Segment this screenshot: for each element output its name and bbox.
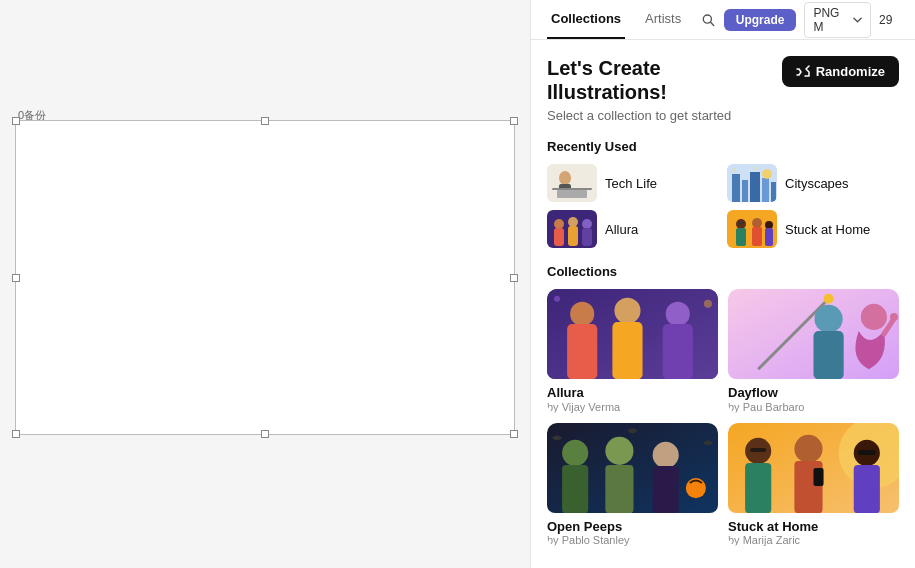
svg-rect-10: [750, 172, 760, 202]
svg-point-52: [605, 436, 633, 464]
svg-rect-51: [562, 465, 588, 513]
tab-artists[interactable]: Artists: [641, 0, 685, 39]
svg-rect-66: [854, 465, 880, 513]
handle-mid-left[interactable]: [12, 274, 20, 282]
svg-point-35: [614, 298, 640, 324]
allura-author: by Vijay Verma: [547, 401, 718, 413]
dayflow-author: by Pau Barbaro: [728, 401, 899, 413]
recent-label-cityscapes: Cityscapes: [785, 176, 849, 191]
collection-card-stuck-home[interactable]: Stuck at Home by Marija Zaric: [728, 423, 899, 547]
recent-item-stuck[interactable]: Stuck at Home: [727, 210, 899, 248]
svg-rect-34: [567, 324, 597, 379]
dayflow-name: Dayflow: [728, 385, 899, 401]
collections-grid: Allura by Vijay Verma: [547, 289, 899, 546]
svg-point-15: [756, 167, 758, 169]
recently-used-title: Recently Used: [547, 139, 899, 154]
svg-point-48: [890, 313, 898, 321]
randomize-icon: [796, 65, 810, 79]
stuck-small-thumb: [727, 210, 777, 248]
allura-big-thumb: [547, 289, 718, 379]
svg-point-33: [570, 302, 594, 326]
svg-point-46: [861, 304, 887, 330]
cityscapes-thumb: [727, 164, 777, 202]
stuck-home-name: Stuck at Home: [728, 519, 899, 535]
handle-top-right[interactable]: [510, 117, 518, 125]
svg-point-50: [562, 439, 588, 465]
svg-rect-18: [554, 228, 564, 246]
number-badge: 29: [879, 13, 899, 27]
open-peeps-author: by Pablo Stanley: [547, 534, 718, 546]
recent-label-stuck: Stuck at Home: [785, 222, 870, 237]
handle-bottom-left[interactable]: [12, 430, 20, 438]
svg-rect-28: [752, 227, 762, 246]
headline-title: Let's Create Illustrations!: [547, 56, 782, 104]
format-selector[interactable]: PNG M: [804, 2, 871, 38]
collection-card-dayflow[interactable]: Dayflow by Pau Barbaro: [728, 289, 899, 413]
open-peeps-name: Open Peeps: [547, 519, 718, 535]
svg-point-40: [704, 300, 712, 308]
svg-rect-64: [814, 468, 824, 486]
svg-rect-8: [732, 174, 740, 202]
svg-point-54: [653, 441, 679, 467]
svg-rect-36: [612, 322, 642, 379]
collection-card-open-peeps[interactable]: Open Peeps by Pablo Stanley: [547, 423, 718, 547]
handle-bottom-right[interactable]: [510, 430, 518, 438]
svg-rect-9: [742, 180, 748, 202]
randomize-label: Randomize: [816, 64, 885, 79]
collections-title: Collections: [547, 264, 899, 279]
svg-rect-11: [762, 178, 769, 202]
canvas-frame: [15, 120, 515, 435]
handle-top-left[interactable]: [12, 117, 20, 125]
format-label: PNG M: [813, 6, 849, 34]
svg-point-37: [666, 302, 690, 326]
svg-point-14: [734, 169, 736, 171]
svg-rect-67: [858, 449, 876, 454]
canvas-area: 0备份: [0, 0, 530, 568]
svg-point-27: [752, 218, 762, 228]
svg-rect-38: [663, 324, 693, 379]
svg-point-29: [765, 221, 773, 229]
svg-rect-26: [738, 222, 744, 224]
recent-item-cityscapes[interactable]: Cityscapes: [727, 164, 899, 202]
panel-content: Let's Create Illustrations! Select a col…: [531, 40, 915, 568]
handle-mid-right[interactable]: [510, 274, 518, 282]
nav-bar: Collections Artists Upgrade PNG M 29: [531, 0, 915, 40]
recent-item-allura[interactable]: Allura: [547, 210, 719, 248]
svg-rect-5: [552, 188, 592, 190]
allura-name: Allura: [547, 385, 718, 401]
recent-item-tech-life[interactable]: Tech Life: [547, 164, 719, 202]
svg-rect-22: [582, 228, 592, 246]
svg-point-3: [559, 171, 571, 185]
handle-bottom-mid[interactable]: [261, 430, 269, 438]
allura-small-thumb: [547, 210, 597, 248]
headline: Let's Create Illustrations! Select a col…: [547, 56, 899, 123]
randomize-button[interactable]: Randomize: [782, 56, 899, 87]
svg-rect-55: [653, 466, 679, 513]
svg-rect-45: [814, 331, 844, 379]
svg-rect-61: [750, 447, 766, 451]
svg-point-19: [568, 217, 578, 227]
recent-label-tech-life: Tech Life: [605, 176, 657, 191]
handle-top-mid[interactable]: [261, 117, 269, 125]
svg-point-62: [794, 434, 822, 462]
recent-label-allura: Allura: [605, 222, 638, 237]
tab-collections[interactable]: Collections: [547, 0, 625, 39]
svg-rect-30: [765, 228, 773, 246]
svg-point-13: [762, 169, 772, 179]
collection-card-allura[interactable]: Allura by Vijay Verma: [547, 289, 718, 413]
svg-point-44: [815, 305, 843, 333]
chevron-down-icon: [853, 17, 862, 23]
svg-line-1: [711, 22, 714, 25]
right-panel: Collections Artists Upgrade PNG M 29 Let…: [530, 0, 915, 568]
tech-life-thumb: [547, 164, 597, 202]
svg-rect-60: [745, 463, 771, 513]
svg-rect-12: [771, 182, 776, 202]
svg-point-21: [582, 219, 592, 229]
upgrade-button[interactable]: Upgrade: [724, 9, 797, 31]
search-icon[interactable]: [701, 12, 716, 28]
svg-rect-53: [605, 465, 633, 513]
dayflow-big-thumb: [728, 289, 899, 379]
svg-point-39: [554, 296, 560, 302]
svg-point-43: [824, 294, 834, 304]
svg-rect-6: [557, 190, 587, 198]
